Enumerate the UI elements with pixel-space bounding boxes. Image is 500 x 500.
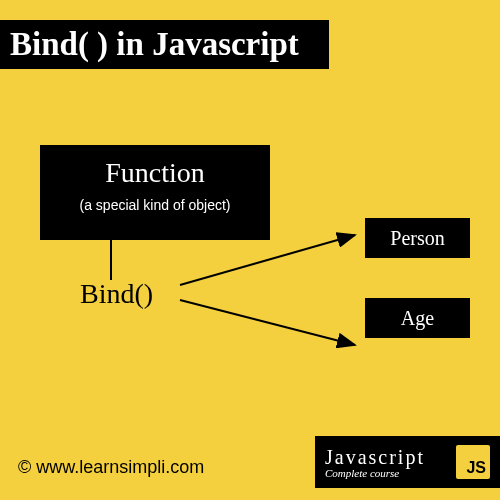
footer-text: Javascript Complete course: [325, 446, 456, 479]
arrows-diagram: [170, 210, 370, 380]
credit-text: © www.learnsimpli.com: [18, 457, 204, 478]
footer-box: Javascript Complete course JS: [315, 436, 500, 488]
function-title: Function: [40, 157, 270, 189]
person-box: Person: [365, 218, 470, 258]
footer-subtitle: Complete course: [325, 467, 456, 479]
connector-line: [110, 240, 112, 280]
js-badge-icon: JS: [456, 445, 490, 479]
svg-line-1: [180, 235, 355, 285]
footer-title: Javascript: [325, 446, 456, 469]
svg-line-2: [180, 300, 355, 345]
page-title: Bind( ) in Javascript: [0, 20, 329, 69]
bind-label: Bind(): [80, 278, 153, 310]
age-box: Age: [365, 298, 470, 338]
